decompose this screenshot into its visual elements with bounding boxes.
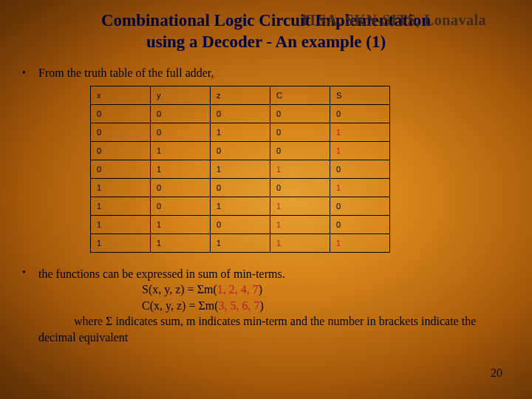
cell-y: 1 — [151, 160, 211, 178]
sum-intro: the functions can be expressed in sum of… — [38, 267, 285, 280]
col-z: z — [211, 86, 270, 104]
cell-c: 0 — [270, 141, 330, 160]
cell-c: 1 — [270, 215, 330, 233]
col-y: y — [151, 86, 211, 104]
cell-c: 0 — [270, 123, 330, 141]
table-row: 11010 — [91, 215, 390, 233]
cell-y: 0 — [151, 104, 211, 123]
table-row: 01001 — [91, 141, 390, 160]
cell-y: 1 — [151, 233, 211, 252]
bullet-2-text: the functions can be expressed in sum of… — [38, 266, 510, 346]
cell-s: 0 — [330, 160, 390, 178]
c-suffix: ) — [260, 299, 264, 312]
cell-y: 1 — [151, 215, 211, 233]
cell-z: 1 — [211, 123, 270, 141]
table-header-row: x y z C S — [91, 86, 390, 104]
watermark-text: ITSA, SKN-SITS, Lonavala — [301, 12, 486, 29]
cell-y: 0 — [151, 197, 211, 215]
cell-s: 1 — [330, 233, 390, 252]
cell-y: 0 — [151, 123, 211, 141]
cell-c: 0 — [270, 104, 330, 123]
bullet-2: • the functions can be expressed in sum … — [22, 266, 510, 346]
table-row: 00101 — [91, 123, 390, 141]
title-line-2: using a Decoder - An example (1) — [146, 33, 386, 51]
bullet-1-text: From the truth table of the full adder, — [38, 66, 510, 80]
bullet-1: • From the truth table of the full adder… — [22, 66, 510, 80]
s-terms: 1, 2, 4, 7 — [217, 283, 259, 296]
table-row: 00000 — [91, 104, 390, 123]
table-row: 11111 — [91, 233, 390, 252]
col-s: S — [330, 86, 390, 104]
cell-s: 1 — [330, 123, 390, 141]
s-prefix: S(x, y, z) = Σm( — [142, 283, 217, 296]
table-row: 10110 — [91, 197, 390, 215]
cell-z: 1 — [211, 160, 270, 178]
cell-c: 0 — [270, 178, 330, 197]
cell-s: 0 — [330, 197, 390, 215]
cell-x: 0 — [91, 123, 151, 141]
cell-z: 1 — [211, 233, 270, 252]
cell-s: 0 — [330, 104, 390, 123]
bullet-marker: • — [22, 66, 38, 80]
page-number: 20 — [491, 366, 502, 380]
table-row: 10001 — [91, 178, 390, 197]
cell-x: 0 — [91, 160, 151, 178]
cell-z: 0 — [211, 141, 270, 160]
cell-x: 1 — [91, 215, 151, 233]
cell-y: 1 — [151, 141, 211, 160]
c-terms: 3, 5, 6, 7 — [219, 299, 260, 312]
s-expression: S(x, y, z) = Σm(1, 2, 4, 7) — [142, 283, 262, 296]
col-x: x — [91, 86, 151, 104]
cell-x: 0 — [91, 104, 151, 123]
cell-c: 1 — [270, 160, 330, 178]
cell-y: 0 — [151, 178, 211, 197]
cell-z: 0 — [211, 215, 270, 233]
slide-content: • From the truth table of the full adder… — [0, 53, 532, 346]
cell-z: 0 — [211, 104, 270, 123]
c-prefix: C(x, y, z) = Σm( — [142, 299, 219, 312]
c-expression: C(x, y, z) = Σm(3, 5, 6, 7) — [142, 299, 264, 312]
table-row: 01110 — [91, 160, 390, 178]
cell-x: 1 — [91, 233, 151, 252]
cell-z: 0 — [211, 178, 270, 197]
bullet-marker: • — [22, 266, 38, 279]
cell-s: 1 — [330, 141, 390, 160]
cell-x: 0 — [91, 141, 151, 160]
truth-table-wrap: x y z C S 000000010101001011101000110110… — [90, 86, 510, 253]
s-suffix: ) — [259, 283, 262, 296]
where-note: where Σ indicates sum, m indicates min-t… — [38, 315, 476, 344]
truth-table: x y z C S 000000010101001011101000110110… — [90, 86, 390, 253]
cell-s: 0 — [330, 215, 390, 233]
cell-z: 1 — [211, 197, 270, 215]
cell-x: 1 — [91, 197, 151, 215]
cell-x: 1 — [91, 178, 151, 197]
cell-c: 1 — [270, 233, 330, 252]
cell-c: 1 — [270, 197, 330, 215]
cell-s: 1 — [330, 178, 390, 197]
col-c: C — [270, 86, 330, 104]
